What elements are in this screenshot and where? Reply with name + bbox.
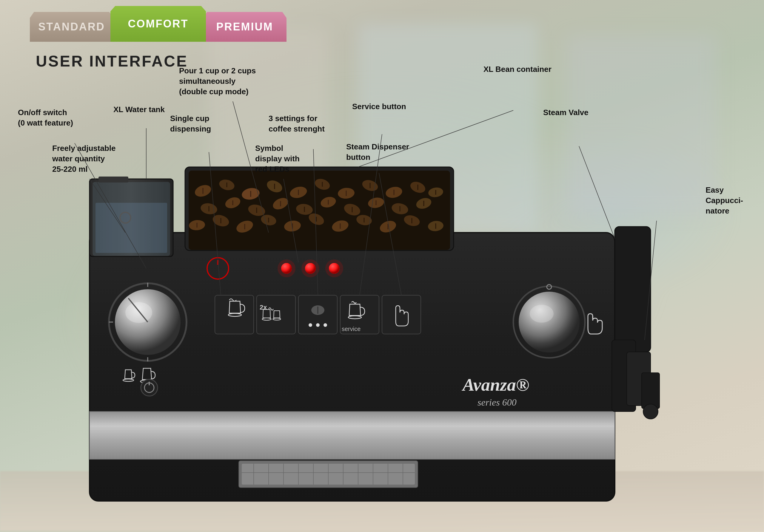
annotation-service-button: Service button	[352, 101, 406, 112]
annotation-steam-valve: Steam Valve	[543, 107, 589, 118]
annotation-bean-container: XL Bean container	[483, 64, 551, 74]
annotation-single-cup: Single cupdispensing	[170, 113, 211, 134]
annotation-onoff: On/off switch(0 watt feature)	[18, 107, 73, 128]
section-header: USER INTERFACE	[36, 52, 188, 70]
tab-comfort-label: COMFORT	[128, 18, 189, 30]
annotation-coffee-strength: 3 settings forcoffee strenght	[269, 113, 325, 134]
bg-shape-3	[567, 36, 716, 215]
annotation-symbol-display: Symboldisplay withred LEDs	[255, 143, 299, 175]
tabs-area: STANDARD COMFORT PREMIUM	[0, 0, 764, 42]
annotation-pour-cups: Pour 1 cup or 2 cupssimultaneously(doubl…	[179, 66, 256, 97]
annotation-water-qty: Freely adjustablewater quantity25-220 ml	[52, 143, 115, 175]
tab-standard[interactable]: STANDARD	[30, 12, 113, 42]
tab-standard-label: STANDARD	[38, 21, 105, 33]
annotation-water-tank: XL Water tank	[113, 104, 165, 115]
tab-premium[interactable]: PREMIUM	[203, 12, 286, 42]
page-layout: STANDARD COMFORT PREMIUM USER INTERFACE	[0, 0, 764, 532]
annotation-steam-dispenser: Steam Dispenserbutton	[346, 142, 409, 163]
bg-shape-2	[358, 24, 537, 233]
tab-premium-label: PREMIUM	[216, 21, 274, 33]
counter-surface	[0, 471, 764, 531]
section-title: USER INTERFACE	[36, 53, 188, 70]
tab-comfort[interactable]: COMFORT	[110, 6, 206, 42]
annotation-easy-cappuccino: EasyCappucci-natore	[705, 185, 743, 216]
